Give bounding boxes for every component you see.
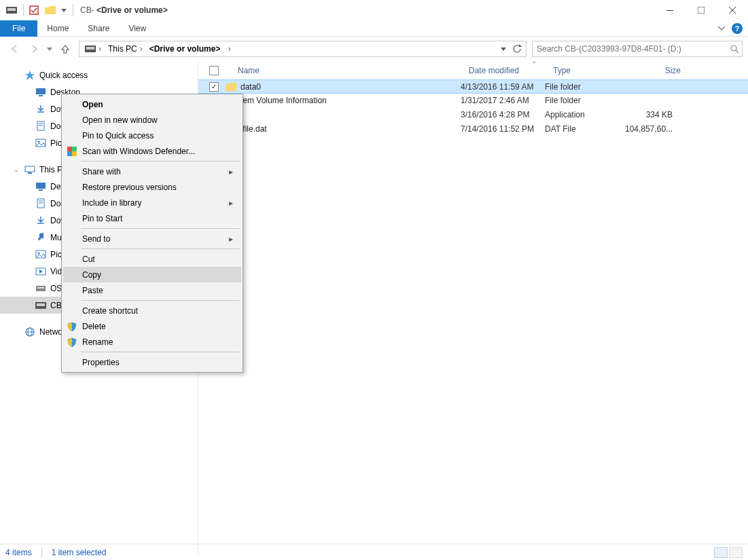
file-type: Application [545,110,625,119]
ctx-copy[interactable]: Copy [63,267,241,282]
close-button[interactable] [717,0,748,20]
column-type[interactable]: Type [553,61,633,80]
column-size[interactable]: Size [633,61,688,80]
ctx-pin-quick-access[interactable]: Pin to Quick access [63,128,241,143]
file-list-pane: ⌃ Name Date modified Type Size ✓ data0 4… [198,61,748,556]
qat-folder-icon[interactable] [43,3,58,18]
file-row[interactable]: tem Volume Information 1/31/2017 2:46 AM… [198,93,748,107]
videos-icon [35,266,46,277]
file-row[interactable]: ✓ data0 4/13/2016 11:59 AM File folder [198,79,748,94]
svg-rect-40 [67,151,72,156]
address-bar[interactable]: › This PC› <Drive or volume> › [79,41,527,57]
svg-point-7 [731,45,736,51]
search-box[interactable] [532,41,743,57]
expand-icon[interactable]: ⌄ [14,166,20,173]
title-bar: CB- <Drive or volume> [0,0,748,20]
column-headers: Name Date modified Type Size [198,61,748,80]
file-type: File folder [545,96,625,105]
tab-view[interactable]: View [119,20,156,37]
window-controls [654,0,748,20]
ctx-restore-versions[interactable]: Restore previous versions [63,179,241,195]
minimize-button[interactable] [654,0,685,20]
separator [73,4,73,16]
search-icon[interactable] [730,44,739,54]
ctx-cut[interactable]: Cut [63,251,241,267]
qat-dropdown-icon[interactable] [59,3,69,18]
svg-rect-9 [36,88,46,94]
up-button[interactable] [57,41,73,57]
row-checkbox[interactable]: ✓ [209,82,219,92]
ctx-send-to[interactable]: Send to▸ [63,231,241,246]
svg-rect-29 [37,287,44,288]
refresh-icon[interactable] [510,41,524,56]
submenu-arrow-icon: ▸ [229,198,233,208]
status-bar: 4 items 1 item selected [0,544,748,560]
menu-separator [81,300,240,301]
search-input[interactable] [535,43,730,54]
svg-rect-18 [28,172,32,174]
ctx-include-library[interactable]: Include in library▸ [63,195,241,210]
menu-separator [81,248,240,249]
back-button[interactable] [7,41,23,57]
ctx-scan-defender[interactable]: Scan with Windows Defender... [63,143,241,159]
file-size: 104,857,60... [625,124,679,134]
music-icon [35,232,46,243]
ctx-delete[interactable]: Delete [63,318,241,334]
desktop-icon [35,87,46,98]
view-details-button[interactable] [714,547,728,558]
expand-ribbon-icon[interactable] [718,26,725,31]
chevron-right-icon[interactable]: › [99,44,101,54]
osdiskc-icon [35,283,46,294]
maximize-button[interactable] [685,0,717,20]
select-all-checkbox[interactable] [209,66,219,75]
menu-separator [81,228,240,229]
status-item-count: 4 items [5,548,32,557]
downloads-icon [35,215,46,226]
separator [41,548,42,557]
ctx-create-shortcut[interactable]: Create shortcut [63,303,241,318]
downloads-icon [35,104,46,115]
svg-rect-31 [37,303,45,306]
tab-home[interactable]: Home [37,20,78,37]
svg-rect-19 [36,183,46,189]
ctx-rename[interactable]: Rename [63,334,241,350]
ctx-share-with[interactable]: Share with▸ [63,164,241,179]
tab-file[interactable]: File [0,20,37,37]
forward-button[interactable] [26,41,42,57]
recent-dropdown[interactable] [45,41,54,57]
column-name[interactable]: Name [219,61,469,80]
ctx-open[interactable]: Open [63,96,241,112]
documents-icon [35,121,46,132]
documents-icon [35,198,46,209]
help-icon[interactable]: ? [732,23,743,34]
svg-rect-17 [25,166,35,172]
view-icons-button[interactable] [729,547,743,558]
breadcrumb-this-pc[interactable]: This PC› [105,41,145,56]
shield-rename-icon [67,337,77,348]
ctx-pin-start[interactable]: Pin to Start [63,210,241,226]
file-name: tfile.dat [241,124,461,134]
qat-properties-icon[interactable] [26,3,41,18]
ctx-open-new-window[interactable]: Open in new window [63,112,241,128]
ribbon-tabs: File Home Share View ? [0,20,748,37]
chevron-right-icon[interactable]: › [140,44,143,54]
file-row[interactable]: tfile.dat 7/14/2016 11:52 PM DAT File 10… [198,122,748,136]
ctx-properties[interactable]: Properties [63,354,241,370]
separator [23,4,24,16]
window-title: CB- <Drive or volume> [80,5,168,15]
file-date: 3/16/2016 4:28 PM [461,110,545,119]
file-type: File folder [545,82,625,92]
file-row[interactable]: 3/16/2016 4:28 PM Application 334 KB [198,107,748,122]
address-dropdown-icon[interactable] [497,41,510,56]
breadcrumb-root-icon[interactable]: › [82,41,104,56]
tree-quick-access[interactable]: Quick access [0,67,198,83]
breadcrumb-drive[interactable]: <Drive or volume> › [147,41,234,56]
ctx-paste[interactable]: Paste [63,282,241,298]
file-date: 7/14/2016 11:52 PM [461,124,545,134]
column-date[interactable]: Date modified [469,61,553,80]
desktop-icon [35,181,46,192]
submenu-arrow-icon: ▸ [229,167,233,176]
navigation-bar: › This PC› <Drive or volume> › [0,37,748,61]
tab-share[interactable]: Share [78,20,119,37]
chevron-right-icon[interactable]: › [228,44,231,54]
